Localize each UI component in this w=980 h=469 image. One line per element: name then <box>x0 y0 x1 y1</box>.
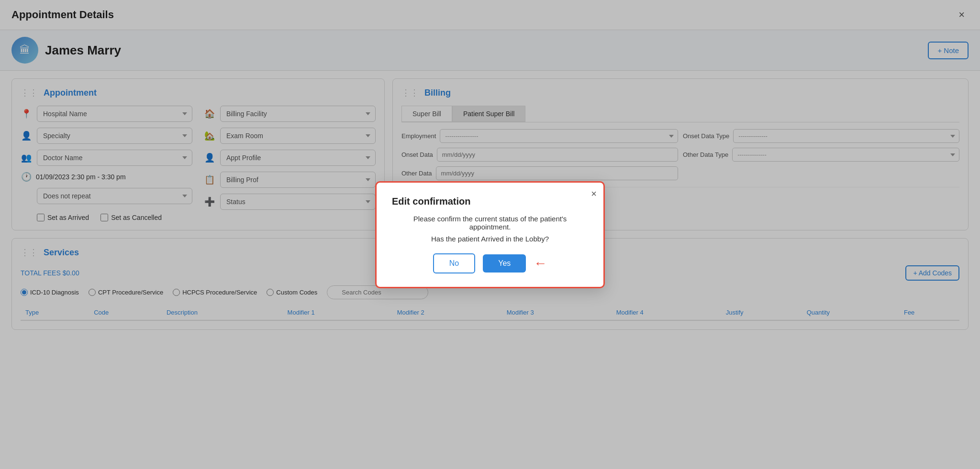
arrow-indicator-icon: ← <box>534 256 547 271</box>
modal-question: Has the patient Arrived in the Lobby? <box>392 235 588 243</box>
modal-message: Please confirm the current status of the… <box>392 215 588 231</box>
modal-buttons: No Yes ← <box>392 253 588 273</box>
modal-no-button[interactable]: No <box>433 253 475 273</box>
edit-confirmation-modal: × Edit confirmation Please confirm the c… <box>375 181 605 288</box>
modal-close-button[interactable]: × <box>591 188 597 199</box>
page-container: Appointment Details × 🏛 James Marry + No… <box>0 0 980 469</box>
modal-overlay: × Edit confirmation Please confirm the c… <box>0 0 980 469</box>
modal-title: Edit confirmation <box>392 196 588 207</box>
modal-yes-button[interactable]: Yes <box>483 254 526 273</box>
